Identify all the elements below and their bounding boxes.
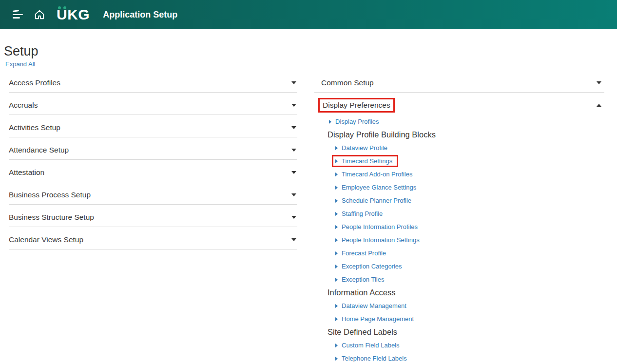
expand-arrow-icon: [335, 172, 338, 176]
expand-arrow-icon: [335, 265, 338, 268]
chevron-down-icon: [291, 238, 296, 241]
nav-link-forecast-profile[interactable]: Forecast Profile: [314, 247, 604, 260]
logo-text: UKG: [57, 6, 90, 23]
logo-dot-icon: [58, 6, 61, 9]
section-label: Attendance Setup: [9, 146, 69, 154]
chevron-down-icon: [291, 149, 296, 152]
nav-link-staffing-profile[interactable]: Staffing Profile: [314, 207, 604, 220]
nav-link-label: Custom Field Labels: [342, 342, 400, 349]
section-label: Calendar Views Setup: [9, 235, 83, 244]
chevron-down-icon: [291, 216, 296, 219]
section-business-process-setup[interactable]: Business Process Setup: [9, 185, 297, 205]
section-common-setup[interactable]: Common Setup: [314, 73, 604, 93]
expanded-section-display-preferences: Display Profiles Display Profile Buildin…: [314, 115, 604, 364]
right-column: Common Setup Display Preferences Display…: [314, 73, 604, 364]
section-activities-setup[interactable]: Activities Setup: [9, 118, 297, 137]
nav-link-timecard-settings[interactable]: Timecard Settings: [314, 154, 604, 168]
expand-all-link[interactable]: Expand All: [5, 60, 35, 68]
expand-arrow-icon: [335, 251, 338, 255]
nav-link-label: Exception Tiles: [342, 276, 384, 283]
nav-link-exception-tiles[interactable]: Exception Tiles: [314, 273, 604, 286]
home-icon[interactable]: [34, 9, 45, 20]
nav-link-telephone-field-labels[interactable]: Telephone Field Labels: [314, 352, 604, 364]
expand-arrow-icon: [335, 357, 338, 361]
chevron-down-icon: [291, 193, 296, 196]
left-column: Access Profiles Accruals Activities Setu…: [9, 73, 297, 364]
expand-arrow-icon: [335, 186, 338, 190]
expand-arrow-icon: [335, 238, 338, 242]
expand-arrow-icon: [335, 199, 338, 203]
expand-arrow-icon: [335, 344, 338, 347]
section-access-profiles[interactable]: Access Profiles: [9, 73, 297, 93]
section-label: Access Profiles: [9, 78, 60, 87]
chevron-down-icon: [291, 81, 296, 84]
chevron-down-icon: [597, 81, 601, 84]
chevron-down-icon: [291, 104, 296, 107]
nav-link-label: Telephone Field Labels: [342, 355, 407, 362]
nav-link-home-page-management[interactable]: Home Page Management: [314, 312, 604, 326]
group-heading-site-defined-labels: Site Defined Labels: [314, 326, 604, 339]
section-label: Business Process Setup: [9, 191, 91, 199]
chevron-down-icon: [291, 171, 296, 174]
nav-link-employee-glance-settings[interactable]: Employee Glance Settings: [314, 181, 604, 194]
annotation-highlight: Timecard Settings: [332, 155, 398, 167]
app-title: Application Setup: [103, 10, 177, 20]
nav-link-label: Dataview Profile: [342, 144, 387, 152]
nav-link-custom-field-labels[interactable]: Custom Field Labels: [314, 339, 604, 352]
section-label: Activities Setup: [9, 123, 60, 132]
section-accruals[interactable]: Accruals: [9, 96, 297, 115]
group-heading-label: Site Defined Labels: [328, 327, 397, 337]
group-heading-display-profile-building-blocks: Display Profile Building Blocks: [314, 128, 604, 141]
nav-link-label: Staffing Profile: [342, 210, 383, 217]
nav-link-people-information-settings[interactable]: People Information Settings: [314, 233, 604, 247]
nav-link-exception-categories[interactable]: Exception Categories: [314, 260, 604, 273]
nav-link-schedule-planner-profile[interactable]: Schedule Planner Profile: [314, 194, 604, 207]
expand-arrow-icon: [335, 317, 338, 321]
expand-arrow-icon: [329, 120, 331, 124]
section-label: Accruals: [9, 101, 38, 110]
expand-arrow-icon: [335, 159, 338, 163]
section-label: Common Setup: [321, 78, 374, 87]
nav-link-people-information-profiles[interactable]: People Information Profiles: [314, 220, 604, 233]
app-header: UKG Application Setup: [0, 0, 617, 29]
nav-link-dataview-profile[interactable]: Dataview Profile: [314, 141, 604, 154]
nav-link-display-profiles[interactable]: Display Profiles: [314, 115, 604, 128]
ukg-logo: UKG: [57, 0, 90, 29]
expand-arrow-icon: [335, 212, 338, 216]
nav-link-label: Timecard Settings: [342, 157, 392, 165]
group-heading-label: Information Access: [328, 288, 395, 297]
expand-arrow-icon: [335, 304, 338, 308]
group-heading-label: Display Profile Building Blocks: [328, 130, 436, 139]
nav-link-label: Timecard Add-on Profiles: [342, 171, 412, 178]
chevron-down-icon: [291, 126, 296, 129]
chevron-up-icon: [597, 104, 601, 107]
nav-link-label: Home Page Management: [342, 315, 414, 323]
group-heading-information-access: Information Access: [314, 286, 604, 299]
expand-arrow-icon: [335, 225, 338, 229]
nav-link-label: Exception Categories: [342, 263, 402, 270]
menu-icon[interactable]: [13, 11, 23, 19]
nav-link-label: People Information Profiles: [342, 223, 418, 230]
section-label: Business Structure Setup: [9, 213, 94, 222]
expand-arrow-icon: [335, 278, 338, 282]
annotation-highlight: Display Preferences: [318, 98, 395, 113]
logo-dot-icon: [63, 6, 66, 9]
section-business-structure-setup[interactable]: Business Structure Setup: [9, 208, 297, 227]
setup-columns: Access Profiles Accruals Activities Setu…: [0, 73, 617, 364]
section-calendar-views-setup[interactable]: Calendar Views Setup: [9, 230, 297, 249]
nav-link-label: Display Profiles: [335, 118, 379, 125]
section-attendance-setup[interactable]: Attendance Setup: [9, 140, 297, 160]
nav-link-dataview-management[interactable]: Dataview Management: [314, 299, 604, 312]
section-display-preferences[interactable]: Display Preferences: [314, 96, 604, 115]
page-title: Setup: [4, 44, 617, 59]
section-attestation[interactable]: Attestation: [9, 163, 297, 182]
nav-link-timecard-add-on-profiles[interactable]: Timecard Add-on Profiles: [314, 168, 604, 181]
nav-link-label: People Information Settings: [342, 236, 420, 244]
nav-link-label: Forecast Profile: [342, 249, 386, 257]
expand-arrow-icon: [335, 146, 338, 150]
nav-link-label: Dataview Management: [342, 302, 406, 309]
nav-link-label: Employee Glance Settings: [342, 184, 416, 191]
nav-link-label: Schedule Planner Profile: [342, 197, 411, 204]
section-label: Attestation: [9, 168, 44, 177]
